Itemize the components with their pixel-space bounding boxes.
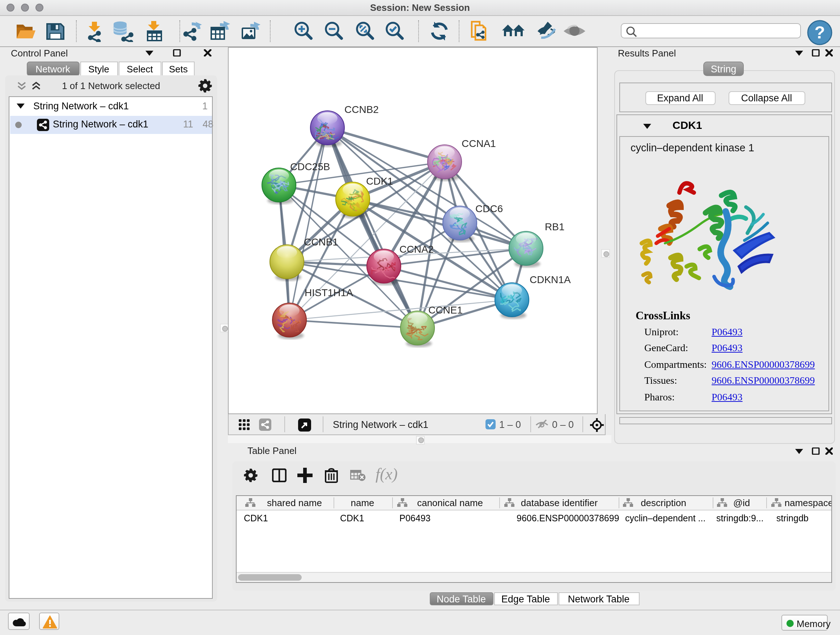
svg-text:CDK1: CDK1	[366, 176, 393, 187]
svg-text:CDKN1A: CDKN1A	[530, 274, 571, 285]
svg-text:HIST1H1A: HIST1H1A	[305, 287, 353, 298]
svg-text:CCNA2: CCNA2	[399, 244, 434, 255]
svg-text:?: ?	[814, 22, 825, 42]
svg-text:RB1: RB1	[545, 221, 564, 233]
svg-text:CCNB1: CCNB1	[304, 236, 338, 248]
svg-text:CCNB2: CCNB2	[344, 104, 379, 115]
svg-text:CDC25B: CDC25B	[290, 161, 330, 172]
svg-text:CCNE1: CCNE1	[428, 304, 463, 316]
svg-text:CCNA1: CCNA1	[462, 138, 496, 149]
svg-text:CDC6: CDC6	[475, 203, 503, 214]
